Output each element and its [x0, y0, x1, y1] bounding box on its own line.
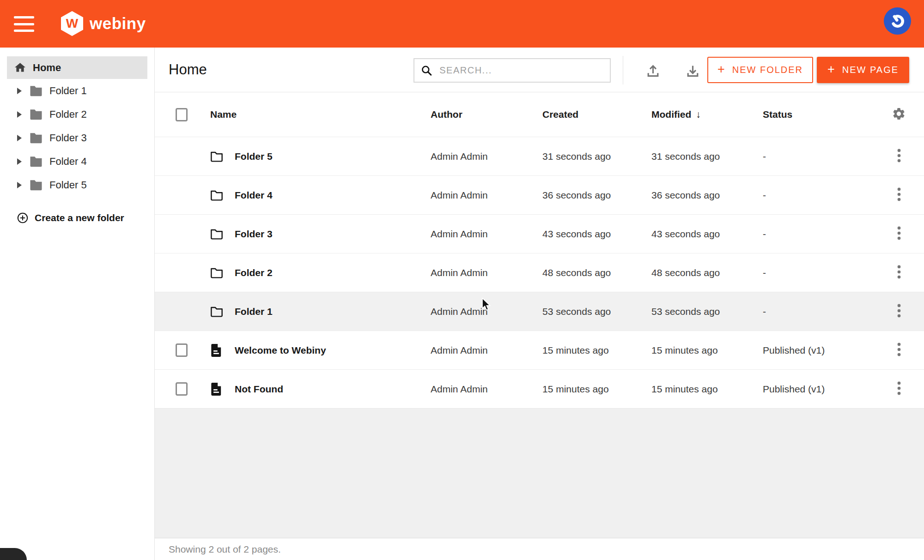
plus-icon: +	[827, 62, 836, 77]
plus-icon: +	[717, 62, 726, 77]
chevron-right-icon[interactable]	[17, 182, 22, 188]
kebab-menu-icon	[897, 303, 901, 318]
logo-letter: W	[66, 16, 78, 31]
table-empty-area	[155, 408, 924, 538]
row-status: -	[763, 190, 874, 201]
table-row[interactable]: Folder 1 Admin Admin 53 seconds ago 53 s…	[155, 292, 924, 331]
sidebar-folder-label: Folder 1	[49, 85, 87, 97]
table-row[interactable]: Welcome to Webiny Admin Admin 15 minutes…	[155, 331, 924, 369]
new-page-button[interactable]: + NEW PAGE	[817, 57, 909, 83]
row-status: -	[763, 267, 874, 278]
row-actions-button[interactable]	[892, 262, 906, 283]
row-modified: 36 seconds ago	[651, 190, 763, 201]
modified-label: Modified	[651, 109, 691, 120]
sidebar-folder-item[interactable]: Folder 5	[0, 173, 154, 197]
chevron-right-icon[interactable]	[17, 111, 22, 118]
app-root: W webiny Home Folder 1 Folder 2 Folder	[0, 0, 924, 560]
folder-filled-icon	[29, 108, 43, 120]
sidebar-folder-item[interactable]: Folder 2	[0, 102, 154, 126]
chevron-right-icon[interactable]	[17, 135, 22, 141]
sidebar-folder-label: Folder 5	[49, 179, 87, 191]
folder-filled-icon	[29, 132, 43, 144]
document-icon	[210, 382, 222, 396]
row-name[interactable]: Folder 1	[235, 306, 431, 317]
row-created: 15 minutes ago	[542, 384, 651, 395]
sidebar-folder-label: Folder 3	[49, 132, 87, 144]
chevron-right-icon[interactable]	[17, 158, 22, 165]
export-button[interactable]	[684, 62, 701, 79]
new-folder-button[interactable]: + NEW FOLDER	[707, 57, 813, 83]
create-folder-button[interactable]: Create a new folder	[0, 208, 154, 228]
folder-filled-icon	[29, 179, 43, 191]
row-checkbox[interactable]	[176, 343, 188, 357]
row-author: Admin Admin	[431, 151, 542, 162]
column-header-name[interactable]: Name	[210, 109, 431, 120]
column-header-status[interactable]: Status	[763, 109, 874, 120]
row-name[interactable]: Not Found	[235, 384, 431, 395]
upload-icon	[645, 63, 661, 78]
row-name[interactable]: Folder 4	[235, 190, 431, 201]
row-status: -	[763, 229, 874, 240]
row-actions-button[interactable]	[892, 339, 906, 361]
row-actions-button[interactable]	[892, 145, 906, 167]
gravatar-icon	[889, 13, 906, 30]
sidebar-folder-item[interactable]: Folder 4	[0, 150, 154, 173]
chevron-right-icon[interactable]	[17, 88, 22, 94]
folder-icon	[210, 267, 223, 278]
row-modified: 43 seconds ago	[651, 229, 763, 240]
row-created: 48 seconds ago	[542, 267, 651, 278]
row-modified: 53 seconds ago	[651, 306, 763, 317]
row-author: Admin Admin	[431, 384, 542, 395]
sidebar-folder-item[interactable]: Folder 1	[0, 79, 154, 102]
circle-plus-icon	[17, 212, 29, 224]
row-actions-button[interactable]	[892, 223, 906, 245]
page-title: Home	[169, 61, 207, 78]
sidebar-folder-label: Folder 2	[49, 108, 87, 120]
row-actions-button[interactable]	[892, 184, 906, 206]
user-avatar[interactable]	[884, 7, 911, 35]
top-bar: W webiny	[0, 0, 924, 48]
kebab-menu-icon	[897, 342, 901, 357]
brand-wordmark: webiny	[90, 14, 146, 33]
table-settings-button[interactable]	[887, 104, 911, 125]
folder-filled-icon	[29, 85, 43, 96]
kebab-menu-icon	[897, 265, 901, 279]
table-row[interactable]: Folder 3 Admin Admin 43 seconds ago 43 s…	[155, 214, 924, 253]
row-created: 15 minutes ago	[542, 345, 651, 356]
table-row[interactable]: Not Found Admin Admin 15 minutes ago 15 …	[155, 369, 924, 408]
sidebar-folder-item[interactable]: Folder 3	[0, 126, 154, 150]
row-author: Admin Admin	[431, 345, 542, 356]
row-status: -	[763, 151, 874, 162]
row-name[interactable]: Folder 3	[235, 229, 431, 240]
row-checkbox[interactable]	[176, 382, 188, 396]
folder-icon	[210, 190, 223, 201]
import-button[interactable]	[644, 62, 661, 79]
row-actions-button[interactable]	[892, 378, 906, 400]
search-box[interactable]	[413, 58, 611, 83]
folder-icon	[210, 151, 223, 162]
hamburger-menu-icon[interactable]	[14, 15, 35, 33]
download-icon	[685, 63, 700, 78]
row-name[interactable]: Folder 5	[235, 151, 431, 162]
column-header-author[interactable]: Author	[431, 109, 542, 120]
sidebar-item-home[interactable]: Home	[7, 56, 147, 79]
table-row[interactable]: Folder 5 Admin Admin 31 seconds ago 31 s…	[155, 137, 924, 175]
kebab-menu-icon	[897, 226, 901, 241]
new-folder-label: NEW FOLDER	[732, 65, 803, 75]
table-row[interactable]: Folder 2 Admin Admin 48 seconds ago 48 s…	[155, 253, 924, 292]
row-name[interactable]: Folder 2	[235, 267, 431, 278]
sidebar-home-label: Home	[33, 62, 61, 74]
row-status: Published (v1)	[763, 384, 874, 395]
column-header-modified[interactable]: Modified ↓	[651, 109, 763, 120]
select-all-checkbox[interactable]	[176, 108, 188, 121]
search-icon	[421, 64, 432, 77]
row-actions-button[interactable]	[892, 301, 906, 322]
search-input[interactable]	[439, 65, 603, 76]
new-page-label: NEW PAGE	[842, 65, 899, 75]
table-body: Folder 5 Admin Admin 31 seconds ago 31 s…	[155, 137, 924, 408]
webiny-logo[interactable]: W webiny	[61, 11, 146, 36]
table-header: Name Author Created Modified ↓ Status	[155, 92, 924, 137]
table-row[interactable]: Folder 4 Admin Admin 36 seconds ago 36 s…	[155, 175, 924, 214]
column-header-created[interactable]: Created	[542, 109, 651, 120]
row-name[interactable]: Welcome to Webiny	[235, 345, 431, 356]
